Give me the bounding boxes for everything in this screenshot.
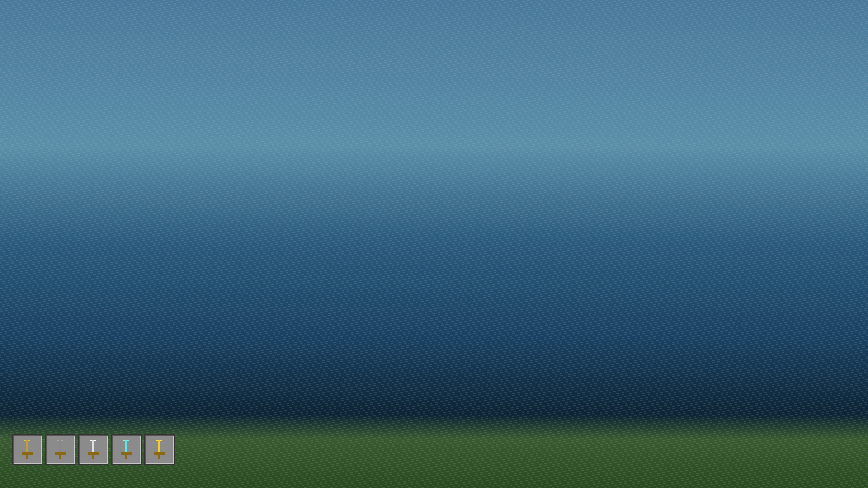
svg-rect-43 xyxy=(61,440,63,441)
svg-rect-42 xyxy=(57,440,59,441)
svg-rect-40 xyxy=(26,455,28,459)
rain-overlay xyxy=(0,0,868,488)
svg-rect-48 xyxy=(94,440,96,441)
svg-rect-55 xyxy=(125,455,127,459)
svg-rect-47 xyxy=(90,440,92,441)
slot-gold-sword[interactable] xyxy=(12,434,42,465)
svg-rect-57 xyxy=(156,440,158,441)
svg-rect-44 xyxy=(55,452,66,455)
equipment-slots xyxy=(9,431,178,468)
svg-rect-38 xyxy=(28,440,30,441)
svg-rect-49 xyxy=(88,452,99,455)
svg-rect-54 xyxy=(121,452,132,455)
svg-rect-39 xyxy=(22,452,33,455)
svg-rect-41 xyxy=(59,440,61,454)
slot-stone-sword[interactable] xyxy=(45,434,75,465)
svg-rect-58 xyxy=(160,440,162,441)
slot-iron-sword[interactable] xyxy=(78,434,108,465)
svg-rect-36 xyxy=(26,440,28,454)
svg-rect-53 xyxy=(127,440,129,441)
svg-rect-45 xyxy=(59,455,61,459)
svg-rect-46 xyxy=(92,440,94,454)
slot-diamond-sword[interactable] xyxy=(111,434,142,465)
svg-rect-37 xyxy=(24,440,26,441)
svg-rect-56 xyxy=(158,440,160,454)
svg-rect-59 xyxy=(154,452,165,455)
svg-rect-60 xyxy=(158,455,160,459)
svg-rect-50 xyxy=(92,455,94,459)
slot-gold-sword-2[interactable] xyxy=(144,434,175,465)
svg-rect-51 xyxy=(125,440,127,454)
svg-rect-52 xyxy=(123,440,125,441)
